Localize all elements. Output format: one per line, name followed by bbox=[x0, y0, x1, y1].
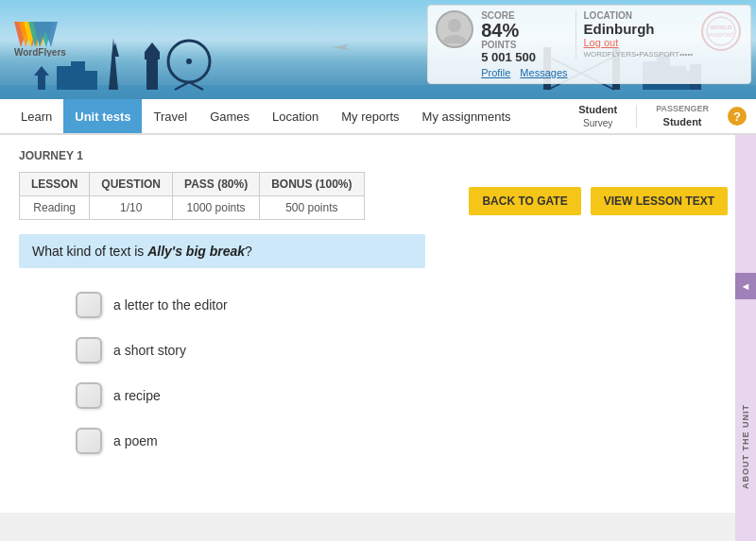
location-value: Edinburgh bbox=[584, 21, 694, 37]
question-end: ? bbox=[245, 244, 252, 259]
answer-label-2: a short story bbox=[113, 343, 186, 358]
answer-checkbox-3[interactable] bbox=[76, 382, 102, 409]
col-bonus: BONUS (100%) bbox=[260, 173, 364, 196]
svg-marker-20 bbox=[34, 66, 49, 76]
journey-label: JOURNEY 1 bbox=[19, 149, 737, 162]
answer-option-1[interactable]: a letter to the editor bbox=[76, 292, 737, 318]
answer-label-4: a poem bbox=[113, 433, 158, 448]
nav-location[interactable]: Location bbox=[261, 99, 330, 133]
svg-rect-18 bbox=[80, 71, 97, 90]
student-label: Student bbox=[578, 103, 617, 116]
divider bbox=[636, 105, 637, 127]
location-label: LOCATION bbox=[584, 10, 694, 21]
answer-checkbox-2[interactable] bbox=[76, 337, 102, 363]
answer-label-1: a letter to the editor bbox=[113, 297, 228, 313]
nav-my-assignments[interactable]: My assignments bbox=[411, 99, 523, 133]
answer-option-2[interactable]: a short story bbox=[76, 337, 737, 363]
student-survey-block: Student Survey bbox=[578, 103, 617, 128]
cell-question: 1/10 bbox=[90, 196, 173, 220]
answer-checkbox-1[interactable] bbox=[76, 292, 102, 318]
svg-rect-13 bbox=[146, 57, 158, 90]
side-panel: ◄ ABOUT THE UNIT bbox=[735, 135, 756, 541]
nav-my-reports[interactable]: My reports bbox=[330, 99, 410, 133]
survey-sub-label: Survey bbox=[578, 117, 617, 129]
svg-point-10 bbox=[186, 59, 192, 64]
passport-stamp-icon: WORLD PASSPORT bbox=[700, 10, 743, 53]
side-panel-toggle[interactable]: ◄ bbox=[735, 273, 756, 299]
location-block: LOCATION Edinburgh Log out WORDFLYERS•PA… bbox=[576, 10, 694, 59]
points-value: 5 001 500 bbox=[481, 50, 567, 64]
logout-button[interactable]: Log out bbox=[584, 37, 694, 48]
answer-option-3[interactable]: a recipe bbox=[76, 382, 737, 409]
svg-text:WordFlyers: WordFlyers bbox=[14, 47, 66, 57]
logo-area: WordFlyers bbox=[9, 14, 94, 60]
user-panel: SCORE 84% POINTS 5 001 500 Profile Messa… bbox=[427, 5, 751, 84]
table-row: Reading 1/10 1000 points 500 points bbox=[20, 196, 365, 220]
answer-options: a letter to the editor a short story a r… bbox=[19, 292, 737, 454]
svg-rect-19 bbox=[38, 76, 45, 90]
view-lesson-text-button[interactable]: VIEW LESSON TEXT bbox=[591, 187, 728, 215]
header: WordFlyers bbox=[0, 0, 756, 99]
nav-travel[interactable]: Travel bbox=[142, 99, 198, 133]
answer-checkbox-4[interactable] bbox=[76, 428, 102, 454]
messages-link[interactable]: Messages bbox=[520, 67, 567, 78]
svg-point-33 bbox=[707, 17, 735, 45]
lesson-table: LESSON QUESTION PASS (80%) BONUS (100%) … bbox=[19, 172, 365, 220]
svg-marker-7 bbox=[109, 38, 118, 90]
score-value: 84% bbox=[481, 21, 567, 40]
col-pass: PASS (80%) bbox=[173, 173, 260, 196]
col-lesson: LESSON bbox=[20, 173, 90, 196]
help-button[interactable]: ? bbox=[728, 107, 747, 126]
svg-text:WORLD: WORLD bbox=[711, 25, 732, 30]
svg-point-32 bbox=[702, 12, 740, 50]
cell-pass: 1000 points bbox=[173, 196, 260, 220]
answer-label-3: a recipe bbox=[113, 388, 161, 403]
question-italic: Ally's big break bbox=[147, 244, 245, 259]
main-content: JOURNEY 1 LESSON QUESTION PASS (80%) BON… bbox=[0, 135, 756, 513]
nav-learn[interactable]: Learn bbox=[9, 99, 63, 133]
nav-right-section: Student Survey PASSENGER Student ? bbox=[578, 99, 747, 133]
back-to-gate-button[interactable]: BACK TO GATE bbox=[469, 187, 580, 215]
question-box: What kind of text is Ally's big break? bbox=[19, 234, 425, 268]
score-block: SCORE 84% POINTS 5 001 500 Profile Messa… bbox=[481, 10, 567, 78]
passport-label: WORDFLYERS•PASSPORT••••• bbox=[584, 50, 694, 59]
svg-marker-15 bbox=[145, 42, 160, 52]
passenger-name: Student bbox=[656, 115, 709, 128]
points-label: POINTS bbox=[481, 40, 567, 50]
cell-lesson: Reading bbox=[20, 196, 90, 220]
logo-icon: WordFlyers bbox=[9, 14, 94, 57]
avatar bbox=[436, 10, 473, 48]
col-question: QUESTION bbox=[90, 173, 173, 196]
navbar: Learn Unit tests Travel Games Location M… bbox=[0, 99, 756, 135]
nav-unit-tests[interactable]: Unit tests bbox=[63, 99, 142, 133]
passenger-block: PASSENGER Student bbox=[656, 104, 709, 128]
profile-link[interactable]: Profile bbox=[481, 67, 510, 78]
svg-point-31 bbox=[443, 35, 466, 43]
nav-games[interactable]: Games bbox=[198, 99, 261, 133]
side-panel-label: ABOUT THE UNIT bbox=[741, 404, 750, 489]
answer-option-4[interactable]: a poem bbox=[76, 428, 737, 454]
svg-rect-14 bbox=[145, 52, 160, 59]
passenger-label: PASSENGER bbox=[656, 104, 709, 115]
cell-bonus: 500 points bbox=[260, 196, 364, 220]
question-text: What kind of text is bbox=[32, 244, 147, 259]
svg-point-30 bbox=[448, 19, 461, 32]
action-buttons: BACK TO GATE VIEW LESSON TEXT bbox=[469, 187, 728, 215]
svg-text:PASSPORT: PASSPORT bbox=[709, 32, 734, 38]
